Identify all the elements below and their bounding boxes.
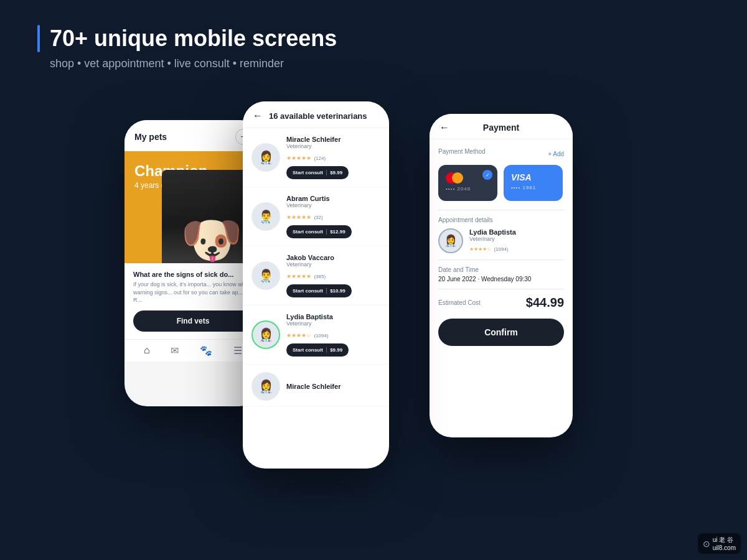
vet-info: Miracle Schleifer <box>286 383 380 390</box>
watermark: ⊙ ui 老 谷 uil8.com <box>698 533 741 554</box>
list-item: 👨‍⚕️ Jakob Vaccaro Veterinary ★★★★★ (385… <box>243 246 389 306</box>
visa-card[interactable]: VISA •••• 1981 <box>504 165 563 201</box>
consult-button[interactable]: Start consult $9.99 <box>286 343 349 357</box>
cost-label: Estimated Cost <box>438 299 481 306</box>
payment-header: ← Payment <box>430 114 573 139</box>
vetlist-header: ← 16 available veterinarians <box>243 101 389 128</box>
vet-name: Abram Curtis <box>286 195 380 202</box>
vet-info: Abram Curtis Veterinary ★★★★★ (32) Start… <box>286 195 380 238</box>
payment-content: Payment Method + Add •••• 2048 ✓ VISA ••… <box>430 139 573 355</box>
appt-vet-name: Lydia Baptista <box>469 228 516 236</box>
pets-icon[interactable]: 🐾 <box>200 345 212 357</box>
cost-row: Estimated Cost $44.99 <box>438 296 564 310</box>
cost-value: $44.99 <box>526 296 564 310</box>
appt-section-label: Appointment details <box>438 217 564 223</box>
vet-name: Lydia Baptista <box>286 313 380 320</box>
avatar: 👨‍⚕️ <box>251 261 280 290</box>
divider <box>438 210 564 210</box>
vet-info: Miracle Schleifer Veterinary ★★★★★ (124)… <box>286 136 380 179</box>
blog-text: If your dog is sick, it's importa... you… <box>133 281 253 304</box>
date-time-section: Date and Time 20 June 2022 · Wednesday 0… <box>438 266 564 282</box>
header: 70+ unique mobile screens shop • vet app… <box>0 0 747 83</box>
appt-vet-rating: ★★★★☆ (1094) <box>469 242 516 253</box>
vet-specialty: Veterinary <box>286 143 380 149</box>
watermark-brand: ui 老 谷 <box>713 536 736 544</box>
vet-name: Miracle Schleifer <box>286 136 380 143</box>
phone-payment: ← Payment Payment Method + Add •••• 2048… <box>430 114 573 437</box>
header-subtitle: shop • vet appointment • live consult • … <box>37 57 710 70</box>
back-button[interactable]: ← <box>439 122 449 133</box>
pet-card: Champion 4 years old <box>125 151 261 263</box>
vet-rating: ★★★★★ (124) <box>286 151 380 162</box>
vet-info: Jakob Vaccaro Veterinary ★★★★★ (385) Sta… <box>286 254 380 297</box>
selected-check-icon: ✓ <box>482 170 492 180</box>
appt-vet-info: Lydia Baptista Veterinary ★★★★☆ (1094) <box>469 228 516 253</box>
home-icon[interactable]: ⌂ <box>144 345 150 357</box>
main-title: 70+ unique mobile screens <box>50 26 337 52</box>
card-number: •••• 1981 <box>511 185 555 190</box>
date-time-value: 20 June 2022 · Wednesday 09:30 <box>438 276 564 282</box>
vet-rating: ★★★★★ (32) <box>286 210 380 222</box>
avatar: 👨‍⚕️ <box>251 202 280 231</box>
consult-button[interactable]: Start consult $10.99 <box>286 284 352 297</box>
payment-title: Payment <box>483 123 519 133</box>
appt-vet-specialty: Veterinary <box>469 236 516 242</box>
list-item: 👩‍⚕️ Miracle Schleifer <box>243 365 389 406</box>
cards-row: •••• 2048 ✓ VISA •••• 1981 <box>438 165 564 201</box>
phone-vetlist: ← 16 available veterinarians 👩‍⚕️ Miracl… <box>243 101 389 469</box>
avatar: 👩‍⚕️ <box>251 143 280 172</box>
phone-mypets: My pets + Champion 4 years old What are … <box>125 120 261 406</box>
blog-title: What are the signs of sick do... <box>133 271 253 278</box>
consult-button[interactable]: Start consult $9.99 <box>286 166 349 179</box>
list-item: 👨‍⚕️ Abram Curtis Veterinary ★★★★★ (32) … <box>243 187 389 246</box>
payment-method-row: Payment Method + Add <box>438 148 564 160</box>
divider <box>438 289 564 289</box>
divider <box>438 259 564 260</box>
payment-method-label: Payment Method <box>438 148 486 155</box>
vet-specialty: Veterinary <box>286 320 380 327</box>
consult-button[interactable]: Start consult $12.99 <box>286 225 352 238</box>
mypets-header: My pets + <box>125 120 261 151</box>
avatar: 👩‍⚕️ <box>438 228 463 253</box>
card-number: •••• 2048 <box>446 186 490 192</box>
find-vets-button[interactable]: Find vets <box>133 310 253 332</box>
messages-icon[interactable]: ✉ <box>171 345 179 357</box>
confirm-button[interactable]: Confirm <box>438 319 564 346</box>
bottom-nav: ⌂ ✉ 🐾 ☰ <box>125 339 261 362</box>
vet-name: Miracle Schleifer <box>286 383 380 390</box>
vet-info: Lydia Baptista Veterinary ★★★★☆ (1094) S… <box>286 313 380 357</box>
list-item: 👩‍⚕️ Lydia Baptista Veterinary ★★★★☆ (10… <box>243 306 389 365</box>
back-button[interactable]: ← <box>253 110 263 121</box>
watermark-url: uil8.com <box>713 544 736 551</box>
header-title-row: 70+ unique mobile screens <box>37 25 710 52</box>
vet-rating: ★★★★☆ (1094) <box>286 329 380 340</box>
add-card-link[interactable]: + Add <box>548 151 564 157</box>
appointment-vet-row: 👩‍⚕️ Lydia Baptista Veterinary ★★★★☆ (10… <box>438 228 564 253</box>
mypets-title: My pets <box>134 132 167 142</box>
list-item: 👩‍⚕️ Miracle Schleifer Veterinary ★★★★★ … <box>243 128 389 187</box>
vet-specialty: Veterinary <box>286 202 380 208</box>
menu-icon[interactable]: ☰ <box>233 345 242 357</box>
accent-bar <box>37 25 40 52</box>
vet-name: Jakob Vaccaro <box>286 254 380 261</box>
mc-orange-circle <box>452 172 463 184</box>
date-time-label: Date and Time <box>438 266 564 273</box>
blog-section: What are the signs of sick do... If your… <box>125 263 261 339</box>
visa-logo: VISA <box>511 172 555 182</box>
vet-rating: ★★★★★ (385) <box>286 269 380 281</box>
avatar: 👩‍⚕️ <box>251 372 280 401</box>
mastercard-card[interactable]: •••• 2048 ✓ <box>438 165 497 201</box>
phones-container: My pets + Champion 4 years old What are … <box>0 95 747 518</box>
vet-specialty: Veterinary <box>286 261 380 268</box>
vetlist-title: 16 available veterinarians <box>269 111 367 121</box>
avatar: 👩‍⚕️ <box>251 320 280 349</box>
watermark-icon: ⊙ <box>703 539 710 549</box>
